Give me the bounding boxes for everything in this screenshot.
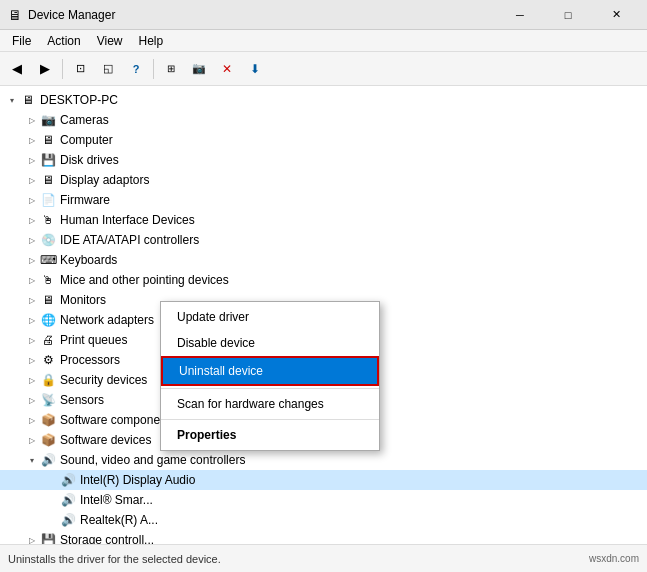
mouse-icon: 🖱	[40, 272, 56, 288]
context-properties[interactable]: Properties	[161, 422, 379, 448]
list-item[interactable]: ▷ 🔊 Realtek(R) A...	[0, 510, 647, 530]
item-label: Keyboards	[60, 253, 117, 267]
item-label: Intel® Smar...	[80, 493, 153, 507]
processor-icon: ⚙	[40, 352, 56, 368]
toolbar: ◀ ▶ ⊡ ◱ ? ⊞ 📷 ✕ ⬇	[0, 52, 647, 86]
hid-icon: 🖱	[40, 212, 56, 228]
item-label: Network adapters	[60, 313, 154, 327]
context-uninstall-device[interactable]: Uninstall device	[161, 356, 379, 386]
status-text: Uninstalls the driver for the selected d…	[8, 553, 221, 565]
list-item[interactable]: ▾ 🔊 Sound, video and game controllers	[0, 450, 647, 470]
item-label: Storage controll...	[60, 533, 154, 544]
tree-root[interactable]: ▾ 🖥 DESKTOP-PC	[0, 90, 647, 110]
sound-icon: 🔊	[40, 452, 56, 468]
item-label: Cameras	[60, 113, 109, 127]
list-item[interactable]: ▷ 💾 Storage controll...	[0, 530, 647, 544]
toolbar-properties-button[interactable]: ⊡	[67, 56, 93, 82]
title-bar: 🖥 Device Manager ─ □ ✕	[0, 0, 647, 30]
menu-item-action[interactable]: Action	[39, 32, 88, 49]
network-icon: 🌐	[40, 312, 56, 328]
ide-icon: 💿	[40, 232, 56, 248]
expand-icon: ▷	[24, 292, 40, 308]
item-label: Disk drives	[60, 153, 119, 167]
expand-icon: ▷	[24, 172, 40, 188]
menu-item-file[interactable]: File	[4, 32, 39, 49]
item-label: Software devices	[60, 433, 151, 447]
list-item[interactable]: ▷ 🖱 Mice and other pointing devices	[0, 270, 647, 290]
cameras-icon: 📷	[40, 112, 56, 128]
list-item[interactable]: ▷ 💾 Disk drives	[0, 150, 647, 170]
storage-icon: 💾	[40, 532, 56, 544]
context-menu-separator	[161, 388, 379, 389]
toolbar-forward-button[interactable]: ▶	[32, 56, 58, 82]
maximize-button[interactable]: □	[545, 4, 591, 26]
expand-icon: ▷	[24, 432, 40, 448]
title-bar-text: Device Manager	[28, 8, 115, 22]
item-label: Sound, video and game controllers	[60, 453, 245, 467]
toolbar-scan-button[interactable]: ⬇	[242, 56, 268, 82]
toolbar-computer-button[interactable]: ◱	[95, 56, 121, 82]
toolbar-help-button[interactable]: ?	[123, 56, 149, 82]
toolbar-camera-button[interactable]: 📷	[186, 56, 212, 82]
window-controls: ─ □ ✕	[497, 4, 639, 26]
list-item[interactable]: ▷ 🔊 Intel® Smar...	[0, 490, 647, 510]
context-disable-device[interactable]: Disable device	[161, 330, 379, 356]
root-computer-icon: 🖥	[20, 92, 36, 108]
list-item[interactable]: ▷ 🖥 Display adaptors	[0, 170, 647, 190]
keyboard-icon: ⌨	[40, 252, 56, 268]
firmware-icon: 📄	[40, 192, 56, 208]
close-button[interactable]: ✕	[593, 4, 639, 26]
list-item[interactable]: ▷ 🔊 Intel(R) Display Audio	[0, 470, 647, 490]
list-item[interactable]: ▷ 🖥 Computer	[0, 130, 647, 150]
list-item[interactable]: ▷ 📷 Cameras	[0, 110, 647, 130]
expand-icon: ▷	[24, 372, 40, 388]
item-label: Intel(R) Display Audio	[80, 473, 195, 487]
sw-components-icon: 📦	[40, 412, 56, 428]
expand-icon: ▷	[24, 212, 40, 228]
context-update-driver[interactable]: Update driver	[161, 304, 379, 330]
toolbar-separator-2	[153, 59, 154, 79]
item-label: Software components	[60, 413, 176, 427]
sw-devices-icon: 📦	[40, 432, 56, 448]
realtek-icon: 🔊	[60, 512, 76, 528]
item-label: Monitors	[60, 293, 106, 307]
menu-item-help[interactable]: Help	[131, 32, 172, 49]
monitor-icon: 🖥	[40, 292, 56, 308]
status-brand: wsxdn.com	[589, 553, 639, 564]
root-label: DESKTOP-PC	[40, 93, 118, 107]
printer-icon: 🖨	[40, 332, 56, 348]
root-expand-icon: ▾	[4, 92, 20, 108]
expand-icon: ▷	[24, 132, 40, 148]
context-menu: Update driver Disable device Uninstall d…	[160, 301, 380, 451]
item-label: Computer	[60, 133, 113, 147]
list-item[interactable]: ▷ 🖱 Human Interface Devices	[0, 210, 647, 230]
menu-item-view[interactable]: View	[89, 32, 131, 49]
item-label: Security devices	[60, 373, 147, 387]
expand-icon: ▷	[24, 332, 40, 348]
uninstall-device-label: Uninstall device	[179, 364, 263, 378]
context-menu-separator-2	[161, 419, 379, 420]
item-label: Human Interface Devices	[60, 213, 195, 227]
app-icon: 🖥	[8, 7, 22, 23]
expand-icon: ▷	[24, 532, 40, 544]
item-label: Print queues	[60, 333, 127, 347]
expand-icon: ▷	[24, 392, 40, 408]
sensor-icon: 📡	[40, 392, 56, 408]
item-label: Mice and other pointing devices	[60, 273, 229, 287]
list-item[interactable]: ▷ 💿 IDE ATA/ATAPI controllers	[0, 230, 647, 250]
item-label: Sensors	[60, 393, 104, 407]
toolbar-delete-button[interactable]: ✕	[214, 56, 240, 82]
list-item[interactable]: ▷ 📄 Firmware	[0, 190, 647, 210]
toolbar-back-button[interactable]: ◀	[4, 56, 30, 82]
expand-icon: ▷	[24, 352, 40, 368]
list-item[interactable]: ▷ ⌨ Keyboards	[0, 250, 647, 270]
computer-icon: 🖥	[40, 132, 56, 148]
minimize-button[interactable]: ─	[497, 4, 543, 26]
menu-bar: FileActionViewHelp	[0, 30, 647, 52]
expand-icon: ▷	[24, 252, 40, 268]
toolbar-grid-button[interactable]: ⊞	[158, 56, 184, 82]
display-icon: 🖥	[40, 172, 56, 188]
context-scan-hardware[interactable]: Scan for hardware changes	[161, 391, 379, 417]
disk-icon: 💾	[40, 152, 56, 168]
update-driver-label: Update driver	[177, 310, 249, 324]
